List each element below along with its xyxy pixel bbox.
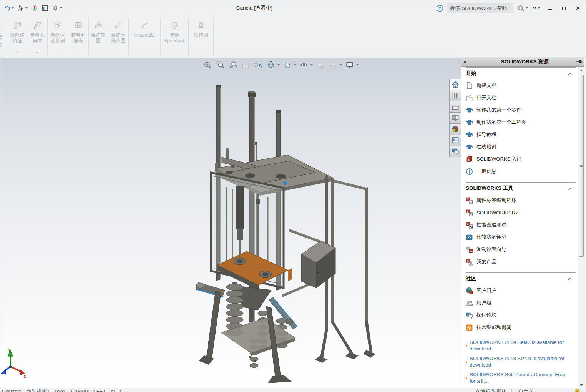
ribbon-button-instant3d[interactable]: Instant3D	[129, 16, 160, 58]
status-customize-button[interactable]: 自定义	[518, 389, 533, 392]
list-item[interactable]: 打开文档	[465, 91, 576, 104]
interference-check-button[interactable]	[30, 4, 39, 12]
list-item[interactable]: 探讨论坛	[465, 309, 576, 321]
ribbon-clipped-button[interactable]: 急零	[0, 16, 7, 58]
ribbon-button-assembly-features[interactable]: 装配体 特征	[7, 16, 27, 58]
chevron-down-icon[interactable]	[25, 7, 28, 9]
previous-view-button[interactable]	[227, 60, 238, 70]
graphics-viewport[interactable]: A	[0, 58, 461, 388]
appearances-icon	[452, 125, 459, 133]
chevron-up-icon[interactable]	[567, 276, 573, 281]
section-title: SOLIDWORKS 工具	[466, 185, 513, 192]
options-button[interactable]	[51, 4, 63, 12]
ribbon-clipped-char: 零	[0, 41, 2, 50]
list-item[interactable]: sw复制设置向导	[465, 243, 576, 256]
taskpane-tab-view-palette[interactable]	[449, 112, 461, 124]
restore-button[interactable]	[558, 3, 569, 13]
status-tag-icon[interactable]	[574, 389, 580, 392]
ribbon-button-explode-line-sketch[interactable]: 爆炸直 线草图	[108, 16, 128, 58]
collapse-panel-button[interactable]: «	[463, 58, 473, 65]
taskpane-tab-file-explorer[interactable]	[449, 101, 461, 113]
list-item[interactable]: SRxSOLIDWORKS Rx	[465, 206, 576, 219]
zoom-to-area-button[interactable]	[215, 60, 225, 70]
taskpane-tab-custom-properties[interactable]	[449, 135, 461, 146]
section-header[interactable]: 开始	[465, 68, 576, 79]
display-style-icon	[283, 61, 292, 69]
ribbon-button-new-motion-study[interactable]: 新建运 动算例	[48, 16, 68, 58]
ribbon-button-update-speedpak[interactable]: 更新 Speedpak	[161, 16, 188, 58]
news-link[interactable]: ›SOLIDWORKS 2018 SP4.0 is available for …	[465, 354, 572, 370]
select-button[interactable]	[17, 4, 28, 12]
chevron-down-icon[interactable]	[16, 52, 18, 53]
list-item-label: 指导教程	[476, 131, 496, 138]
list-item[interactable]: S属性标签编制程序	[465, 194, 576, 206]
chevron-down-icon[interactable]	[538, 7, 540, 9]
close-icon	[575, 5, 581, 11]
close-button[interactable]	[573, 3, 583, 13]
section-header[interactable]: SOLIDWORKS 工具	[465, 183, 576, 194]
list-item[interactable]: 新建文档	[465, 79, 576, 91]
hide-show-items-button[interactable]	[299, 60, 309, 70]
chevron-down-icon[interactable]	[60, 7, 62, 9]
list-item[interactable]: 比较我的评分	[465, 231, 576, 243]
chevron-down-icon[interactable]	[356, 64, 359, 66]
list-item[interactable]: SSOLIDWORKS 入门	[465, 153, 576, 165]
instant3d-icon	[140, 21, 149, 30]
news-link[interactable]: ›SOLIDWORKS Self-Paced eCourses: Free fo…	[465, 370, 572, 387]
annotation-view-button[interactable]: A	[253, 60, 263, 70]
pin-icon[interactable]	[576, 59, 582, 65]
list-item[interactable]: 制作我的第一个零件	[465, 104, 576, 116]
ribbon-button-label: 材料明 细表	[71, 32, 85, 44]
list-item[interactable]: 技术警戒和新闻	[465, 321, 576, 334]
chevron-down-icon[interactable]	[526, 7, 528, 9]
list-item[interactable]: 在线培训	[465, 141, 576, 153]
ribbon-button-exploded-view[interactable]: 爆炸视 图	[89, 16, 108, 58]
list-item[interactable]: 客户门户	[465, 284, 576, 297]
svg-text:S: S	[467, 210, 468, 213]
list-item[interactable]: S我的产品	[465, 256, 576, 268]
view-orientation-button[interactable]	[266, 60, 276, 70]
list-item[interactable]: 指导教程	[465, 128, 576, 141]
list-item[interactable]: 一般信息	[465, 165, 576, 178]
help-menu-button[interactable]: ?	[532, 4, 541, 12]
section-items: 客户门户用户组探讨论坛技术警戒和新闻	[465, 284, 576, 338]
taskpane-tab-solidworks-forum[interactable]	[449, 146, 461, 157]
properties-button[interactable]	[41, 4, 49, 12]
chevron-up-icon[interactable]	[567, 186, 573, 191]
view-settings-button[interactable]	[344, 60, 355, 70]
list-item[interactable]: 用户组	[465, 297, 576, 309]
chevron-down-icon[interactable]	[294, 64, 296, 66]
list-item[interactable]: 制作我的第一个工程图	[465, 116, 576, 128]
minimize-button[interactable]	[544, 3, 555, 13]
undo-icon	[3, 5, 10, 12]
section-header[interactable]: 社区	[465, 273, 576, 284]
chevron-down-icon[interactable]	[36, 52, 38, 53]
search-button[interactable]	[516, 4, 529, 13]
scrollbar-thumb[interactable]	[579, 75, 584, 257]
undo-button[interactable]	[3, 4, 15, 12]
chevron-down-icon[interactable]	[310, 64, 313, 66]
scroll-up-button[interactable]	[578, 67, 584, 74]
news-link[interactable]: ›SOLIDWORKS 2019 Beta3 is available for …	[465, 338, 572, 354]
taskpane-tab-appearances-scenes[interactable]	[449, 123, 461, 135]
chevron-down-icon[interactable]	[12, 7, 14, 9]
assembly-model[interactable]	[193, 72, 377, 387]
display-style-button[interactable]	[282, 60, 292, 70]
news-bullet-icon: ›	[466, 371, 467, 384]
taskpane-tab-design-library[interactable]	[449, 90, 461, 101]
hide-show-items-icon	[300, 61, 308, 69]
taskpane-scrollbar[interactable]	[578, 67, 584, 389]
ribbon-clipped-label: 急零	[0, 32, 2, 50]
ribbon-button-take-snapshot[interactable]: 拍快照	[189, 16, 213, 58]
chevron-down-icon[interactable]	[277, 64, 280, 66]
chevron-up-icon[interactable]	[567, 71, 573, 76]
taskpane-tab-solidworks-resources[interactable]	[449, 79, 461, 90]
ribbon-button-bill-of-materials[interactable]: 材料明 细表	[68, 16, 88, 58]
ribbon-button-reference-geometry[interactable]: 参考几 何体	[27, 16, 47, 58]
list-item-label: 技术警戒和新闻	[476, 324, 511, 331]
title-bar: Canela [查看中] ? ?	[0, 0, 586, 16]
zoom-to-fit-button[interactable]	[202, 60, 212, 70]
list-item[interactable]: SRx性能基准测试	[465, 219, 576, 231]
search-input[interactable]	[450, 5, 510, 12]
status-editing-label: 在编辑 装配体	[475, 389, 507, 392]
